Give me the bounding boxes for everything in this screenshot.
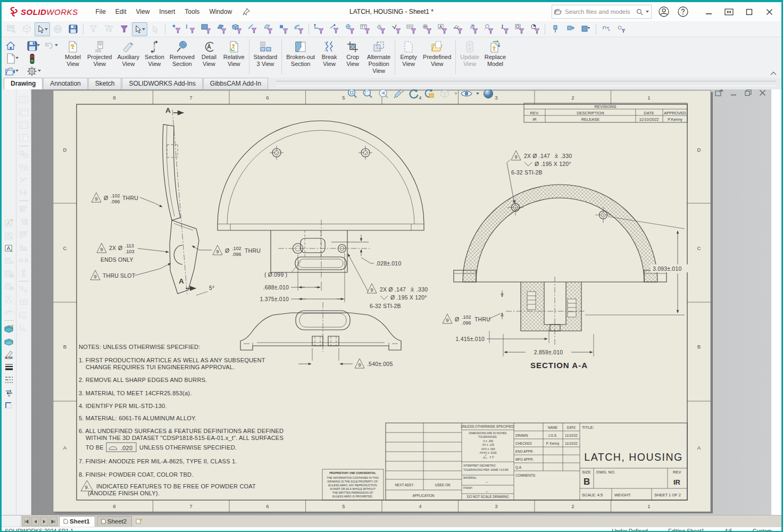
hole-callout-section-l2[interactable]: Ø .195 X 120°	[535, 161, 571, 167]
tab-drawing[interactable]: Drawing	[4, 78, 43, 89]
sheetbar-scroll-track[interactable]	[144, 516, 781, 527]
projected-view-button[interactable]: ProjectedView	[85, 38, 114, 68]
update-view-button[interactable]: UpdateView	[457, 38, 481, 68]
auxiliary-view-button[interactable]: AuxiliaryView	[114, 38, 142, 68]
filter-coordinate-systems-icon[interactable]	[291, 22, 306, 36]
alternate-position-view-button[interactable]: AlternatePositionView	[364, 38, 393, 74]
filter-surface-bodies-icon[interactable]	[214, 22, 229, 36]
dim-2859[interactable]: 2.859±.010	[534, 349, 563, 355]
lasso-select-icon[interactable]	[147, 22, 163, 36]
filter-sketch-segments-icon[interactable]	[327, 22, 342, 36]
options-gear-button[interactable]	[25, 65, 39, 78]
menu-edit[interactable]: Edit	[112, 6, 130, 18]
display-style-caret-icon[interactable]	[454, 93, 457, 95]
home-button[interactable]	[4, 39, 18, 52]
note-print-icon[interactable]	[3, 281, 15, 293]
note-pattern-icon[interactable]	[3, 255, 15, 267]
crop-view-button[interactable]: CropView	[341, 38, 364, 68]
dim-palette-icon[interactable]	[18, 296, 30, 308]
magnetic-line-icon[interactable]	[3, 306, 15, 318]
close-button[interactable]	[760, 5, 778, 19]
filter-sketch-corners-icon[interactable]	[311, 22, 327, 36]
filter-revision-symbols-icon[interactable]	[512, 22, 527, 36]
dim-540[interactable]: .540±.005	[367, 361, 393, 367]
filter-dowel-symbols-icon[interactable]	[598, 22, 614, 36]
ribbon-collapse-icon[interactable]	[770, 71, 777, 76]
filter-datum-targets-icon[interactable]	[496, 22, 512, 36]
toolbar-options-icon[interactable]	[4, 22, 19, 36]
filter-section-lines-icon[interactable]	[527, 22, 543, 36]
dim-1415[interactable]: 1.415±.010	[456, 336, 485, 342]
ordinate-dim-icon[interactable]	[18, 322, 30, 334]
menu-tools[interactable]: Tools	[181, 6, 203, 18]
new-caret-icon[interactable]	[15, 57, 19, 59]
dim-028[interactable]: .028±.010	[376, 260, 401, 267]
filter-solid-bodies-icon[interactable]	[229, 22, 245, 36]
minimize-button[interactable]	[699, 5, 718, 19]
hide-show-items-icon[interactable]	[460, 89, 473, 100]
dim-angle[interactable]: 5°	[209, 285, 214, 291]
dim-3093[interactable]: 3.093±.010	[653, 265, 681, 272]
section-view-button[interactable]: SectionView	[142, 38, 167, 68]
filter-edges-icon[interactable]	[183, 22, 198, 36]
graphics-area[interactable]: 87654321 87654321 DCBA DCBA REVISIONS RE…	[31, 89, 771, 515]
revision-table-icon[interactable]	[18, 132, 30, 144]
maximize-button[interactable]	[740, 5, 758, 19]
menu-view[interactable]: View	[132, 6, 154, 18]
tab-solidworks-addins[interactable]: SOLIDWORKS Add-Ins	[122, 78, 202, 89]
hole-table-icon[interactable]	[18, 106, 30, 118]
previous-sheet-button[interactable]	[31, 517, 39, 526]
doc-popout-icon[interactable]	[715, 89, 723, 96]
design-journal-icon[interactable]	[3, 336, 15, 347]
undo-caret-icon[interactable]	[55, 44, 58, 46]
removed-section-button[interactable]: RemovedSection	[167, 38, 197, 68]
broken-out-section-button[interactable]: Broken-outSection	[284, 38, 318, 68]
undo-button[interactable]	[42, 39, 56, 52]
doc-minimize-icon[interactable]	[730, 89, 737, 96]
filter-faces-icon[interactable]	[198, 22, 214, 36]
break-view-button[interactable]: BreakView	[318, 38, 341, 68]
help-icon[interactable]	[676, 5, 690, 19]
next-sheet-button[interactable]	[40, 517, 48, 526]
rotate-view-icon[interactable]	[407, 89, 420, 100]
detail-view-button[interactable]: DetailView	[197, 38, 221, 68]
isometric-box-icon[interactable]	[19, 22, 35, 36]
filter-notes-icon[interactable]	[419, 22, 435, 36]
publish-caret-icon[interactable]	[15, 70, 19, 72]
note-lock-icon[interactable]	[3, 268, 15, 280]
search-input[interactable]	[564, 8, 634, 15]
span-displays-button[interactable]	[720, 5, 738, 19]
filter-axes-icon[interactable]	[245, 22, 260, 36]
hide-show-edges-icon[interactable]	[3, 400, 15, 411]
sheet-tab-sheet2[interactable]: Sheet2	[97, 516, 132, 527]
general-table-icon[interactable]	[18, 94, 30, 105]
sheet-tab-sheet1[interactable]: Sheet1	[59, 516, 95, 527]
select-filter-cursor-button[interactable]	[132, 22, 147, 36]
color-display-icon[interactable]	[3, 348, 15, 360]
doc-restore-icon[interactable]	[745, 89, 752, 96]
predefined-view-button[interactable]: PredefinedView	[420, 38, 454, 68]
filter-hole-callouts-icon[interactable]	[614, 22, 629, 36]
align-left-icon[interactable]	[18, 203, 30, 215]
filter-dimensions-icon[interactable]	[404, 22, 419, 36]
section-arrow-a-top[interactable]: A	[165, 106, 171, 114]
filter-center-marks-icon[interactable]	[342, 22, 357, 36]
zoom-to-fit-icon[interactable]	[346, 89, 359, 100]
hole-callout-section[interactable]: 2X Ø .147	[524, 153, 550, 159]
align-top-icon[interactable]	[18, 229, 30, 240]
select-filter-caret-icon[interactable]	[142, 28, 145, 30]
zoom-to-area-icon[interactable]	[361, 89, 374, 100]
hatch-note-icon[interactable]	[3, 294, 15, 305]
search-icon[interactable]	[636, 9, 643, 15]
section-label[interactable]: SECTION A-A	[530, 361, 588, 370]
bill-of-materials-icon[interactable]	[18, 119, 30, 131]
filter-annotations-icon[interactable]	[435, 22, 450, 36]
account-icon[interactable]	[657, 5, 671, 19]
hole-callout-front-l2[interactable]: Ø .195 X 120°	[390, 294, 427, 301]
pin-menu-icon[interactable]	[239, 6, 254, 18]
weldment-cut-list-icon[interactable]	[18, 148, 30, 160]
align-bottom-icon[interactable]	[18, 242, 30, 253]
filter-weld-symbols-icon[interactable]	[450, 22, 465, 36]
align-collinear-icon[interactable]	[18, 174, 30, 186]
filter-connection-points-icon[interactable]	[547, 22, 563, 36]
